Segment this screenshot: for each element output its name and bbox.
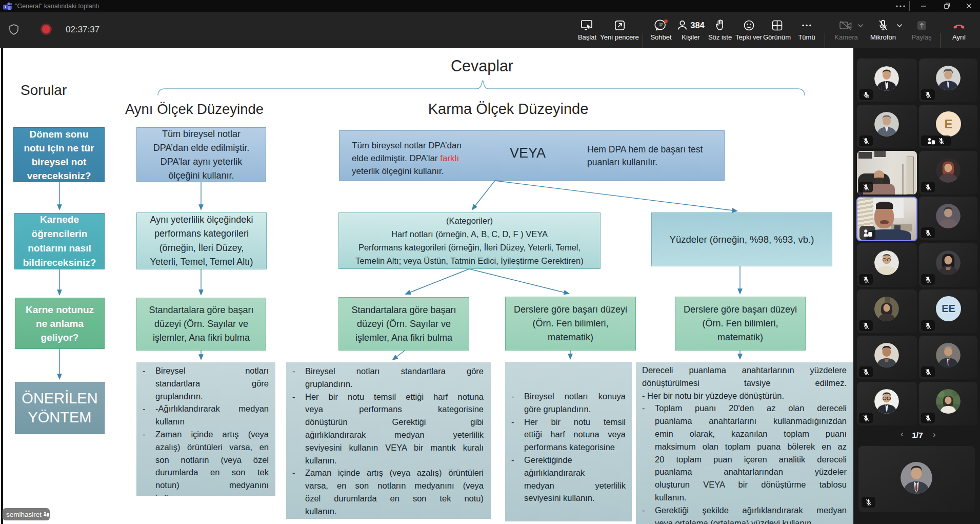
svg-text:T: T <box>4 5 7 9</box>
